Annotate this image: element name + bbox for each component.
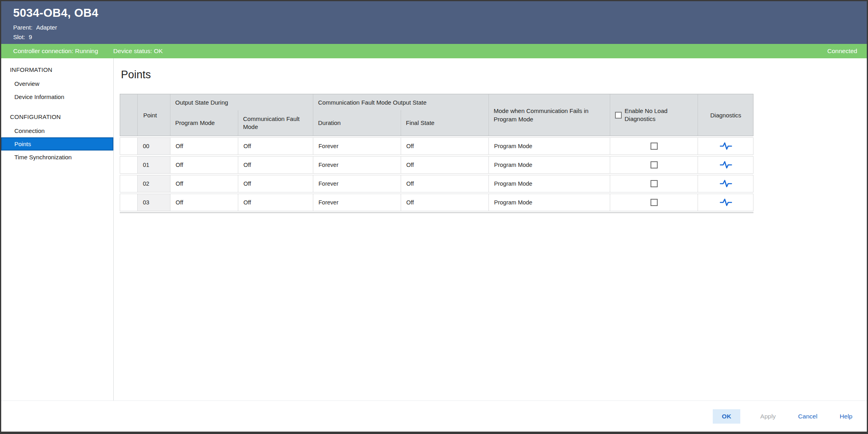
column-header-program-mode: Program Mode [170, 110, 238, 136]
comm-fault-mode-cell[interactable]: Off [238, 194, 313, 211]
points-table-header: Point Output State During Program Mode C… [120, 94, 753, 136]
duration-cell[interactable]: Forever [313, 157, 401, 173]
row-selector-cell[interactable] [120, 175, 138, 192]
points-table: Point Output State During Program Mode C… [120, 94, 753, 213]
enable-no-load-cell [610, 175, 698, 192]
titlebar: 5034-OB4, OB4 Parent:Adapter Slot:9 [1, 1, 867, 44]
sidebar-nav: INFORMATION Overview Device Information … [1, 58, 114, 400]
slot-label: Slot: [13, 34, 25, 40]
enable-no-load-all-checkbox[interactable] [615, 112, 622, 119]
ok-button[interactable]: OK [713, 409, 740, 424]
column-header-communication-fault-mode: Communication Fault Mode [238, 110, 313, 136]
main-area: INFORMATION Overview Device Information … [1, 58, 867, 400]
table-row: 00 Off Off Forever Off Program Mode [120, 137, 753, 155]
module-title: 5034-OB4, OB4 [13, 6, 855, 20]
duration-cell[interactable]: Forever [313, 138, 401, 155]
connection-state: Connected [827, 48, 857, 55]
point-number-cell: 00 [138, 138, 170, 155]
sidebar-section-configuration: CONFIGURATION [1, 109, 113, 124]
comm-fault-mode-cell[interactable]: Off [238, 138, 313, 155]
final-state-cell[interactable]: Off [401, 194, 489, 211]
slot-value: 9 [29, 34, 32, 40]
enable-no-load-cell [610, 194, 698, 211]
page-title: Points [121, 69, 867, 81]
enable-no-load-header-label: Enable No Load Diagnostics [625, 107, 671, 123]
column-header-diagnostics: Diagnostics [698, 94, 753, 136]
program-mode-cell[interactable]: Off [170, 138, 238, 155]
group-header-output-state-during: Output State During [170, 94, 313, 110]
pulse-waveform-icon[interactable] [720, 142, 732, 151]
comm-fault-mode-cell[interactable]: Off [238, 175, 313, 192]
table-bottom-edge [120, 212, 753, 213]
point-number-cell: 03 [138, 194, 170, 211]
module-properties-window: 5034-OB4, OB4 Parent:Adapter Slot:9 Cont… [0, 0, 868, 434]
diagnostics-cell [698, 175, 753, 192]
no-load-checkbox[interactable] [651, 180, 658, 187]
duration-cell[interactable]: Forever [313, 175, 401, 192]
pulse-waveform-icon[interactable] [720, 198, 732, 207]
sidebar-item-connection[interactable]: Connection [1, 124, 113, 137]
program-mode-cell[interactable]: Off [170, 175, 238, 192]
parent-value: Adapter [36, 24, 57, 31]
column-header-final-state: Final State [401, 110, 489, 136]
diagnostics-cell [698, 194, 753, 211]
no-load-checkbox[interactable] [651, 161, 658, 168]
final-state-cell[interactable]: Off [401, 175, 489, 192]
pulse-waveform-icon[interactable] [720, 161, 732, 169]
final-state-cell[interactable]: Off [401, 138, 489, 155]
no-load-checkbox[interactable] [651, 199, 658, 206]
table-row: 03 Off Off Forever Off Program Mode [120, 194, 753, 211]
footer-button-bar: OK Apply Cancel Help [1, 400, 867, 432]
column-header-point: Point [138, 94, 170, 136]
device-status: Device status: OK [113, 48, 163, 55]
duration-cell[interactable]: Forever [313, 194, 401, 211]
column-header-mode-when-comm-fails: Mode when Communication Fails in Program… [489, 94, 610, 136]
parent-label: Parent: [13, 24, 32, 31]
sidebar-item-overview[interactable]: Overview [1, 77, 113, 90]
enable-no-load-cell [610, 138, 698, 155]
mode-when-comm-fails-cell[interactable]: Program Mode [489, 194, 610, 211]
program-mode-cell[interactable]: Off [170, 194, 238, 211]
mode-when-comm-fails-cell[interactable]: Program Mode [489, 175, 610, 192]
final-state-cell[interactable]: Off [401, 157, 489, 173]
controller-connection-status: Controller connection: Running [13, 48, 98, 55]
content-panel: Points Point Output State During Program… [114, 58, 867, 400]
column-header-duration: Duration [313, 110, 401, 136]
help-button[interactable]: Help [837, 409, 855, 424]
sidebar-item-points[interactable]: Points [1, 137, 113, 151]
parent-line: Parent:Adapter [13, 24, 855, 31]
mode-when-comm-fails-cell[interactable]: Program Mode [489, 157, 610, 173]
row-selector-cell[interactable] [120, 157, 138, 173]
row-selector-cell[interactable] [120, 194, 138, 211]
slot-line: Slot:9 [13, 34, 855, 40]
group-header-comm-fault-mode-output-state: Communication Fault Mode Output State [313, 94, 489, 110]
diagnostics-cell [698, 157, 753, 173]
comm-fault-mode-cell[interactable]: Off [238, 157, 313, 173]
no-load-checkbox[interactable] [651, 143, 658, 150]
table-row: 01 Off Off Forever Off Program Mode [120, 156, 753, 174]
point-number-cell: 01 [138, 157, 170, 173]
row-selector-header [120, 94, 138, 136]
sidebar-item-time-synchronization[interactable]: Time Synchronization [1, 151, 113, 164]
program-mode-cell[interactable]: Off [170, 157, 238, 173]
enable-no-load-cell [610, 157, 698, 173]
sidebar-item-device-information[interactable]: Device Information [1, 90, 113, 103]
cancel-button[interactable]: Cancel [796, 409, 820, 424]
pulse-waveform-icon[interactable] [720, 179, 732, 188]
row-selector-cell[interactable] [120, 138, 138, 155]
column-header-enable-no-load: Enable No Load Diagnostics [610, 94, 698, 136]
point-number-cell: 02 [138, 175, 170, 192]
table-row: 02 Off Off Forever Off Program Mode [120, 175, 753, 192]
diagnostics-cell [698, 138, 753, 155]
apply-button[interactable]: Apply [758, 409, 778, 424]
status-bar: Controller connection: Running Device st… [1, 44, 867, 58]
sidebar-section-information: INFORMATION [1, 62, 113, 77]
mode-when-comm-fails-cell[interactable]: Program Mode [489, 138, 610, 155]
